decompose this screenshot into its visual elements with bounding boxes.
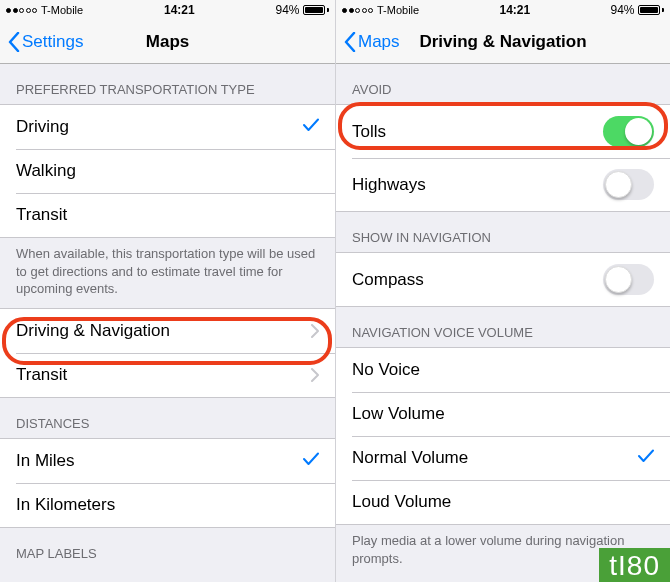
link-transit[interactable]: Transit [0,353,335,397]
battery-icon [638,5,664,15]
toggle-tolls[interactable]: Tolls [336,105,670,158]
option-label: Transit [16,205,319,225]
option-label: Normal Volume [352,448,638,468]
toggle-highways[interactable]: Highways [336,158,670,211]
back-label: Maps [358,32,400,52]
switch-highways[interactable] [603,169,654,200]
chevron-right-icon [311,324,319,338]
status-bar: T-Mobile 14:21 94% [336,0,670,20]
option-label: Low Volume [352,404,654,424]
option-label: Loud Volume [352,492,654,512]
screen-maps-settings: T-Mobile 14:21 94% Settings Maps PREFERR… [0,0,335,582]
carrier-label: T-Mobile [377,4,419,16]
toggle-label: Tolls [352,122,603,142]
option-label: In Miles [16,451,303,471]
status-time: 14:21 [164,3,195,17]
back-button[interactable]: Settings [8,32,83,52]
watermark: tI80 [599,548,670,582]
nav-bar: Settings Maps [0,20,335,64]
option-label: No Voice [352,360,654,380]
option-no-voice[interactable]: No Voice [336,348,670,392]
section-header-maplabels: MAP LABELS [0,528,335,568]
switch-tolls[interactable] [603,116,654,147]
group-volume: No Voice Low Volume Normal Volume Loud V… [336,347,670,525]
option-label: Walking [16,161,319,181]
group-show: Compass [336,252,670,307]
check-icon [638,448,654,468]
back-button[interactable]: Maps [344,32,400,52]
carrier-label: T-Mobile [41,4,83,16]
section-header-avoid: AVOID [336,64,670,104]
back-label: Settings [22,32,83,52]
group-transport: Driving Walking Transit [0,104,335,238]
link-label: Driving & Navigation [16,321,311,341]
option-miles[interactable]: In Miles [0,439,335,483]
chevron-right-icon [311,368,319,382]
option-label: In Kilometers [16,495,319,515]
status-bar: T-Mobile 14:21 94% [0,0,335,20]
toggle-compass[interactable]: Compass [336,253,670,306]
group-avoid: Tolls Highways [336,104,670,212]
signal-dots-icon [6,8,37,13]
group-distances: In Miles In Kilometers [0,438,335,528]
section-footer-transport: When available, this transportation type… [0,238,335,308]
option-low-volume[interactable]: Low Volume [336,392,670,436]
option-walking[interactable]: Walking [0,149,335,193]
section-header-show: SHOW IN NAVIGATION [336,212,670,252]
chevron-left-icon [8,32,20,52]
section-header-transport: PREFERRED TRANSPORTATION TYPE [0,64,335,104]
check-icon [303,117,319,137]
option-driving[interactable]: Driving [0,105,335,149]
link-driving-navigation[interactable]: Driving & Navigation [0,309,335,353]
switch-compass[interactable] [603,264,654,295]
battery-icon [303,5,329,15]
battery-percent: 94% [275,3,299,17]
status-time: 14:21 [499,3,530,17]
option-label: Driving [16,117,303,137]
section-header-volume: NAVIGATION VOICE VOLUME [336,307,670,347]
option-kilometers[interactable]: In Kilometers [0,483,335,527]
battery-percent: 94% [610,3,634,17]
signal-dots-icon [342,8,373,13]
screen-driving-navigation: T-Mobile 14:21 94% Maps Driving & Naviga… [335,0,670,582]
nav-bar: Maps Driving & Navigation [336,20,670,64]
option-normal-volume[interactable]: Normal Volume [336,436,670,480]
toggle-label: Highways [352,175,603,195]
group-links: Driving & Navigation Transit [0,308,335,398]
check-icon [303,451,319,471]
option-transit[interactable]: Transit [0,193,335,237]
option-loud-volume[interactable]: Loud Volume [336,480,670,524]
toggle-label: Compass [352,270,603,290]
section-header-distances: DISTANCES [0,398,335,438]
chevron-left-icon [344,32,356,52]
link-label: Transit [16,365,311,385]
